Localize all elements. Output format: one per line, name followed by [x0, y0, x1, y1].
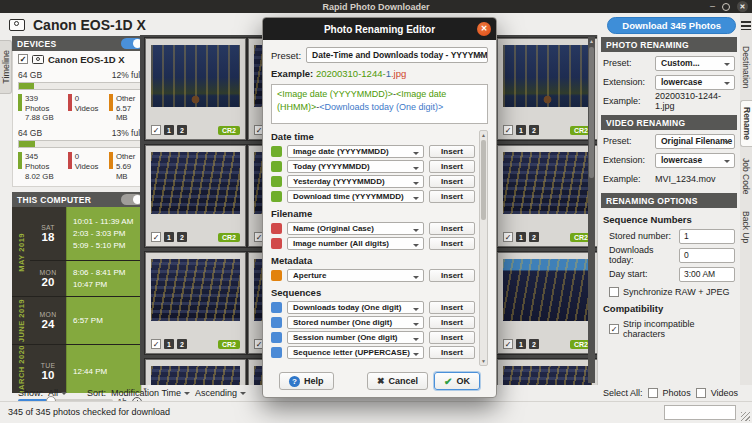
insert-button[interactable]: Insert: [429, 269, 475, 282]
timeline-time[interactable]: 10:47 PM: [73, 280, 148, 289]
token-select[interactable]: Downloads today (One digit): [287, 301, 424, 314]
storage-size: 64 GB: [18, 128, 42, 138]
timeline-panel[interactable]: MAY 2019 SAT18 10:01 - 11:39 AM 2:03 - 3…: [12, 207, 148, 393]
insert-button[interactable]: Insert: [429, 190, 475, 203]
timeline-day-row[interactable]: SAT18 10:01 - 11:39 AM 2:03 - 3:03 PM 5:…: [30, 207, 148, 260]
token-select[interactable]: Sequence letter (UPPERCASE): [287, 346, 424, 359]
tab-back-up[interactable]: Back Up: [740, 205, 752, 249]
timeline-time[interactable]: 8:06 - 8:41 PM: [73, 268, 148, 277]
timeline-time[interactable]: 2:03 - 3:03 PM: [73, 229, 148, 238]
sort-order-dropdown[interactable]: Ascending: [195, 388, 246, 398]
timeline-day-row[interactable]: MON24 6:57 PM: [30, 297, 148, 344]
token-select[interactable]: Session number (One digit): [287, 331, 424, 344]
device-row[interactable]: ✓ Canon EOS-1D X: [13, 51, 147, 67]
insert-button[interactable]: Insert: [429, 145, 475, 158]
cancel-button[interactable]: ✖Cancel: [367, 372, 428, 390]
sort-dropdown[interactable]: Modification Time: [111, 388, 190, 398]
token-select[interactable]: Aperture: [287, 269, 424, 282]
token-select[interactable]: Name (Original Case): [287, 222, 424, 235]
thumbnail-cell[interactable]: [496, 358, 597, 385]
tab-rename[interactable]: Rename: [740, 100, 752, 147]
timeline-time[interactable]: 12:44 PM: [73, 367, 148, 376]
scroll-up-icon[interactable]: ▲: [480, 131, 487, 139]
select-all-videos-checkbox[interactable]: [696, 388, 706, 398]
storage-size-row: 64 GB 13% full: [13, 125, 147, 140]
insert-button[interactable]: Insert: [429, 316, 475, 329]
tab-destination[interactable]: Destination: [740, 40, 752, 95]
this-computer-label: THIS COMPUTER: [17, 195, 91, 205]
timeline-time[interactable]: 6:57 PM: [73, 316, 148, 325]
device-checkbox[interactable]: ✓: [18, 54, 28, 64]
insert-button[interactable]: Insert: [429, 301, 475, 314]
dialog-header[interactable]: Photo Renaming Editor ✕: [263, 18, 496, 40]
status-bar: 345 of 345 photos checked for download: [0, 401, 752, 423]
thumbnail-checkbox[interactable]: ✓: [151, 125, 161, 135]
select-all-photos-checkbox[interactable]: [648, 388, 658, 398]
show-dropdown[interactable]: All: [48, 388, 67, 398]
tab-timeline[interactable]: Timeline: [0, 40, 12, 94]
storage-size-row: 64 GB 12% full: [13, 67, 147, 82]
timeline-time[interactable]: 5:09 - 5:10 PM: [73, 241, 148, 250]
thumbnail-checkbox[interactable]: ✓: [151, 232, 161, 242]
filter-input[interactable]: [664, 405, 736, 420]
dialog-scrollbar[interactable]: ▲ ▼: [479, 130, 488, 366]
video-preset-select[interactable]: Original Filename: [655, 134, 735, 149]
insert-button[interactable]: Insert: [429, 346, 475, 359]
checkbox-checked[interactable]: ✓: [609, 324, 619, 334]
token-select[interactable]: Image date (YYYYMMDD): [287, 145, 424, 158]
maximize-icon[interactable]: [722, 3, 730, 11]
timeline-month: MAY 2019: [12, 207, 30, 296]
legend-videos: 0 Videos: [68, 152, 102, 181]
checkbox-unchecked[interactable]: [609, 287, 619, 297]
resize-grip[interactable]: [741, 412, 750, 421]
tab-job-code[interactable]: Job Code: [740, 152, 752, 200]
token-select[interactable]: Image number (All digits): [287, 237, 424, 250]
color-swatch: [271, 317, 282, 328]
count-badge: 1: [164, 232, 174, 242]
timeline-time[interactable]: 10:01 - 11:39 AM: [73, 217, 148, 226]
thumbnail-checkbox[interactable]: ✓: [503, 339, 513, 349]
insert-button[interactable]: Insert: [429, 160, 475, 173]
thumbnail-cell[interactable]: ✓12CR2: [496, 144, 597, 248]
preset-select[interactable]: Date-Time and Downloads today - YYYYMMDD…: [306, 47, 488, 63]
scroll-up-icon[interactable]: ▲: [588, 37, 595, 45]
minimize-icon[interactable]: –: [710, 1, 715, 12]
thumbnail-cell[interactable]: ✓12CR2: [496, 37, 597, 141]
insert-button[interactable]: Insert: [429, 331, 475, 344]
insert-button[interactable]: Insert: [429, 237, 475, 250]
thumbnail-checkbox[interactable]: ✓: [503, 232, 513, 242]
thumbnail-cell[interactable]: ✓12CR2: [144, 144, 247, 248]
thumbnail-cell[interactable]: ✓12CR2: [496, 251, 597, 355]
stored-number-input[interactable]: 1: [679, 229, 735, 244]
video-example-row: Example: MVI_1234.mov: [603, 171, 735, 187]
thumbnail-cell[interactable]: ✓12CR2: [144, 251, 247, 355]
insert-button[interactable]: Insert: [429, 222, 475, 235]
strip-incompatible-checkbox-row[interactable]: ✓ Strip incompatible characters: [609, 319, 735, 339]
token-select[interactable]: Download time (YYYYMMDD): [287, 190, 424, 203]
day-start-input[interactable]: 3:00 AM: [679, 267, 735, 282]
thumbnail-cell[interactable]: ✓12CR2: [144, 37, 247, 141]
synchronize-raw-jpeg-checkbox-row[interactable]: Synchronize RAW + JPEG: [609, 287, 735, 297]
rename-template-box[interactable]: <Image date (YYYYMMDD)>-<Image date (HHM…: [271, 84, 488, 124]
ok-button[interactable]: ✔OK: [434, 372, 480, 390]
dialog-close-icon[interactable]: ✕: [477, 22, 491, 36]
insert-button[interactable]: Insert: [429, 175, 475, 188]
photo-preset-select[interactable]: Custom...: [655, 56, 735, 71]
thumbnail-checkbox[interactable]: ✓: [503, 125, 513, 135]
photo-extension-select[interactable]: lowercase: [655, 75, 735, 90]
token-select[interactable]: Today (YYYYMMDD): [287, 160, 424, 173]
video-extension-select[interactable]: lowercase: [655, 153, 735, 168]
close-icon[interactable]: ✕: [737, 1, 748, 12]
token-select[interactable]: Stored number (One digit): [287, 316, 424, 329]
menu-icon[interactable]: [741, 21, 751, 30]
thumbnail-scrollbar[interactable]: ▲: [588, 37, 595, 383]
titlebar[interactable]: Rapid Photo Downloader – ✕: [0, 0, 752, 13]
scroll-down-icon[interactable]: ▼: [480, 357, 487, 365]
help-button[interactable]: ?Help: [279, 372, 334, 390]
download-button[interactable]: Download 345 Photos: [607, 17, 736, 34]
token-select[interactable]: Yesterday (YYYYMMDD): [287, 175, 424, 188]
downloads-today-input[interactable]: 0: [679, 248, 735, 263]
timeline-day-row[interactable]: MON20 8:06 - 8:41 PM 10:47 PM: [30, 260, 148, 296]
thumbnail-checkbox[interactable]: ✓: [151, 339, 161, 349]
thumbnail-cell[interactable]: [144, 358, 247, 385]
